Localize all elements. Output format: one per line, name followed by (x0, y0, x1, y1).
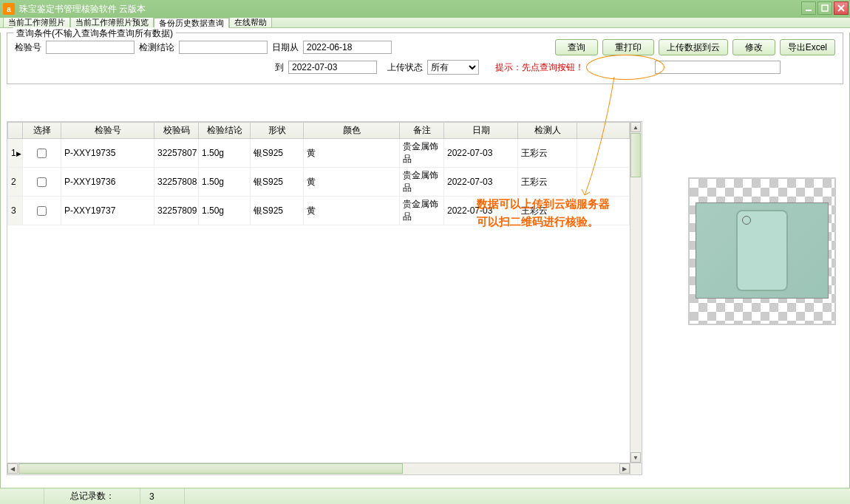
svg-rect-1 (822, 5, 828, 11)
cell-color: 黄 (304, 139, 400, 168)
row-checkbox[interactable] (37, 206, 47, 216)
table-row[interactable]: 3P-XXY19737322578091.50g银S925黄贵金属饰品2022-… (8, 197, 630, 225)
cell-check-no: P-XXY19737 (61, 197, 154, 225)
conclusion-input[interactable] (179, 41, 268, 54)
transparency-background (690, 179, 834, 324)
extra-input[interactable] (655, 61, 781, 74)
cell-check-no: P-XXY19735 (61, 139, 154, 168)
cell-conclusion: 1.50g (199, 168, 251, 197)
hint-text: 提示：先点查询按钮！ (495, 61, 584, 74)
cell-conclusion: 1.50g (199, 197, 251, 225)
cell-inspector: 王彩云 (518, 139, 577, 168)
status-count: 3 (149, 491, 154, 502)
app-icon: a (3, 3, 15, 15)
cell-date: 2022-07-03 (444, 197, 518, 225)
col-date[interactable]: 日期 (444, 123, 518, 139)
check-no-input[interactable] (46, 41, 135, 54)
cell-color: 黄 (304, 168, 400, 197)
cell-check-code: 32257808 (154, 168, 199, 197)
cell-color: 黄 (304, 197, 400, 225)
image-preview (688, 177, 836, 325)
scrollbar-corner (630, 463, 642, 474)
product-item (736, 210, 788, 291)
cell-check-code: 32257809 (154, 197, 199, 225)
col-remark[interactable]: 备注 (400, 123, 444, 139)
col-check-no[interactable]: 检验号 (61, 123, 154, 139)
reprint-button[interactable]: 重打印 (602, 39, 654, 55)
window-title: 珠宝鉴定书管理核验软件 云版本 (19, 3, 146, 16)
modify-button[interactable]: 修改 (732, 39, 775, 55)
row-number: 1▶ (8, 139, 23, 168)
tab-online-help[interactable]: 在线帮助 (229, 17, 272, 27)
title-bar: a 珠宝鉴定书管理核验软件 云版本 (0, 0, 850, 18)
col-check-code[interactable]: 校验码 (154, 123, 199, 139)
row-checkbox[interactable] (37, 177, 47, 187)
cell-inspector: 王彩云 (518, 168, 577, 197)
date-to-label: 到 (275, 61, 284, 74)
col-inspector[interactable]: 检测人 (518, 123, 577, 139)
conclusion-label: 检测结论 (139, 41, 174, 54)
row-number: 2 (8, 168, 23, 197)
table-row[interactable]: 2P-XXY19736322578081.50g银S925黄贵金属饰品2022-… (8, 168, 630, 197)
cell-shape: 银S925 (251, 197, 304, 225)
cell-check-no: P-XXY19736 (61, 168, 154, 197)
table-row[interactable]: 1▶P-XXY19735322578071.50g银S925黄贵金属饰品2022… (8, 139, 630, 168)
scroll-right-icon[interactable]: ▶ (619, 463, 630, 474)
upload-status-select[interactable]: 所有 (427, 60, 479, 75)
query-conditions-group: 查询条件(不输入查询条件查询所有数据) 检验号 检测结论 日期从 查询 重打印 … (7, 33, 843, 84)
cell-remark: 贵金属饰品 (400, 168, 444, 197)
tab-current-photos[interactable]: 当前工作簿照片 (3, 17, 70, 27)
query-button[interactable]: 查询 (555, 39, 598, 55)
cell-remark: 贵金属饰品 (400, 197, 444, 225)
cell-conclusion: 1.50g (199, 139, 251, 168)
vertical-scrollbar[interactable]: ▲ ▼ (630, 122, 642, 463)
cell-date: 2022-07-03 (444, 168, 518, 197)
minimize-button[interactable] (801, 1, 816, 15)
cell-shape: 银S925 (251, 168, 304, 197)
hscroll-thumb[interactable] (18, 463, 403, 474)
col-conclusion[interactable]: 检验结论 (199, 123, 251, 139)
date-from-input[interactable] (303, 41, 392, 54)
tab-current-preview[interactable]: 当前工作簿照片预览 (70, 17, 154, 27)
upload-button[interactable]: 上传数据到云 (659, 39, 728, 55)
status-bar: 总记录数： 3 (0, 488, 850, 504)
col-shape[interactable]: 形状 (251, 123, 304, 139)
date-to-input[interactable] (288, 61, 377, 74)
export-button[interactable]: 导出Excel (780, 39, 835, 55)
data-grid[interactable]: 选择 检验号 校验码 检验结论 形状 颜色 备注 日期 检测人 1▶P-XXY1… (7, 122, 630, 225)
upload-status-label: 上传状态 (387, 61, 423, 74)
product-photo (696, 202, 829, 299)
scroll-up-icon[interactable]: ▲ (630, 122, 641, 132)
tab-strip: 当前工作簿照片 当前工作簿照片预览 备份历史数据查询 在线帮助 (0, 18, 850, 28)
date-from-label: 日期从 (272, 41, 299, 54)
vscroll-thumb[interactable] (630, 133, 641, 177)
cell-shape: 银S925 (251, 139, 304, 168)
cell-inspector: 王彩云 (518, 197, 577, 225)
col-color[interactable]: 颜色 (304, 123, 400, 139)
scroll-down-icon[interactable]: ▼ (630, 452, 641, 463)
cell-check-code: 32257807 (154, 139, 199, 168)
row-checkbox[interactable] (37, 149, 47, 158)
scroll-left-icon[interactable]: ◀ (7, 463, 18, 474)
status-label: 总记录数： (70, 490, 115, 503)
cell-date: 2022-07-03 (444, 139, 518, 168)
col-select[interactable]: 选择 (23, 123, 61, 139)
row-number: 3 (8, 197, 23, 225)
close-button[interactable] (834, 1, 849, 15)
groupbox-legend: 查询条件(不输入查询条件查询所有数据) (13, 27, 176, 40)
horizontal-scrollbar[interactable]: ◀ ▶ (7, 463, 630, 474)
maximize-button[interactable] (817, 1, 832, 15)
check-no-label: 检验号 (15, 41, 41, 54)
cell-remark: 贵金属饰品 (400, 139, 444, 168)
content-area: 查询条件(不输入查询条件查询所有数据) 检验号 检测结论 日期从 查询 重打印 … (0, 33, 850, 492)
data-grid-container: 选择 检验号 校验码 检验结论 形状 颜色 备注 日期 检测人 1▶P-XXY1… (7, 121, 642, 475)
tab-backup-history[interactable]: 备份历史数据查询 (154, 18, 229, 28)
